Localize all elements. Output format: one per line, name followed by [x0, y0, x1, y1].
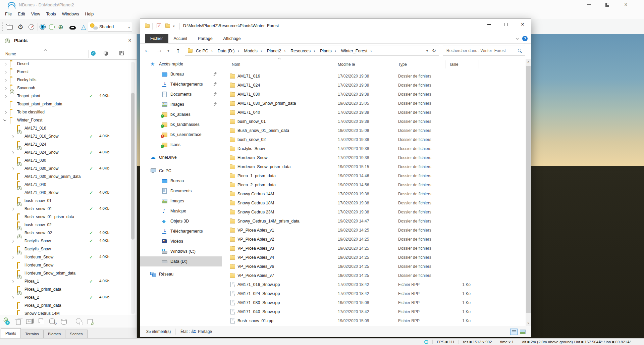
search-icon[interactable] [518, 49, 522, 53]
file-name[interactable]: AM171_030_Snow_prism_data [237, 101, 296, 106]
breadcrumb-item[interactable]: Winter_Forest [338, 48, 374, 53]
column-separator[interactable] [395, 60, 395, 68]
tree-row[interactable]: AM171_030_Snow 4.0Kb [0, 164, 137, 172]
nav-item-label[interactable]: bk_atlases [170, 112, 191, 117]
new-folder-icon[interactable] [6, 23, 13, 31]
tree-item-label[interactable]: Picea_2_prism_data [24, 303, 61, 308]
maximize-button[interactable] [599, 0, 615, 9]
tree-item-label[interactable]: AM171_030_Snow_prism_data [24, 174, 80, 179]
menu-item[interactable]: Help [82, 10, 97, 18]
nav-item-label[interactable]: Téléchargements [170, 82, 203, 87]
tree-row[interactable]: Hordeum_Snow 4.0Kb [0, 253, 137, 261]
minimize-button[interactable] [581, 0, 596, 9]
tree-item-label[interactable]: Picea_2 [24, 295, 39, 300]
tree-row[interactable]: Savannah [0, 84, 137, 92]
tree-expand-chevron-icon[interactable] [11, 240, 14, 243]
nav-item[interactable]: Windows (C:) [140, 246, 222, 256]
nav-item-label[interactable]: Bureau [170, 72, 184, 77]
file-row[interactable]: VP_Picea Abies_v2 19/02/2020 14:25 Dossi… [222, 235, 526, 244]
tree-expand-chevron-icon[interactable] [4, 87, 7, 90]
back-button[interactable]: ← [142, 46, 152, 56]
tree-row[interactable]: AM171_040_Snow 4.0Kb [0, 189, 137, 197]
file-row[interactable]: AM171_030 17/02/2020 19:38 Dossier de fi… [222, 90, 526, 99]
file-row[interactable]: Picea_1_prism_data 19/02/2020 14:46 Doss… [222, 171, 526, 181]
file-row[interactable]: VP_Picea Abies_v6 19/02/2020 14:25 Dossi… [222, 262, 526, 271]
tree-item-label[interactable]: AM171_016 [24, 126, 46, 131]
breadcrumb-item[interactable]: Models [241, 48, 264, 53]
toolbar-grip[interactable] [2, 22, 3, 32]
nav-item-label[interactable]: Data (D:) [170, 259, 187, 264]
breadcrumb-item[interactable]: Data (D:) [214, 48, 241, 53]
nav-item-label[interactable]: Images [170, 102, 184, 107]
database-icon[interactable] [60, 317, 68, 326]
tree-item-label[interactable]: Picea_1 [24, 279, 39, 284]
ribbon-tab[interactable]: Partage [193, 34, 218, 43]
tree-item-label[interactable]: AM171_024 [24, 142, 46, 147]
file-name[interactable]: Picea_2_prism_data [237, 183, 276, 187]
tree-row[interactable]: Winter_Forest [0, 116, 137, 124]
file-row[interactable]: Dactylis_Snow 17/02/2020 19:38 Dossier d… [222, 144, 526, 153]
nav-item-label[interactable]: Images [170, 199, 184, 203]
file-name[interactable]: Snowy Cedrus 18M [237, 201, 274, 205]
column-header-name[interactable]: Nom [232, 62, 240, 67]
file-row[interactable]: AM171_024 17/02/2020 19:38 Dossier de fi… [222, 81, 526, 90]
file-name[interactable]: AM171_024 [237, 83, 260, 88]
tree-row[interactable]: Picea_1 4.0Kb [0, 277, 137, 285]
file-name[interactable]: Hordeum_Snow_prism_data [237, 164, 290, 169]
file-row[interactable]: AM171_040_Snow.rpp 17/02/2020 18:42 Fich… [222, 307, 526, 316]
file-row[interactable]: bush_snow_02 17/02/2020 19:38 Dossier de… [222, 135, 526, 144]
gauge-icon[interactable] [28, 23, 35, 31]
column-separator[interactable] [445, 60, 445, 68]
tree-row[interactable]: Bush_snow_01_prism_data [0, 213, 137, 221]
file-name[interactable]: AM171_030 [237, 92, 260, 97]
explorer-close-button[interactable]: × [514, 19, 531, 30]
column-separator[interactable] [334, 60, 334, 68]
file-name[interactable]: VP_Picea Abies_v4 [237, 255, 274, 260]
panel-tab[interactable]: Scenes [65, 330, 87, 338]
ribbon-tab[interactable]: Accueil [168, 34, 193, 43]
help-icon[interactable]: ? [522, 36, 528, 41]
nav-item[interactable]: Documents [140, 186, 222, 196]
nav-item-label[interactable]: Objets 3D [170, 219, 189, 224]
tree-item-label[interactable]: Snowy Cedrus 14M [24, 311, 60, 315]
tree-item-label[interactable]: Picea_1_prism_data [24, 287, 61, 292]
nav-item-label[interactable]: Vidéos [170, 239, 183, 244]
nav-item[interactable]: Data (D:) [140, 256, 222, 266]
column-separator[interactable] [479, 60, 479, 68]
file-row[interactable]: VP_Picea Abies_v1 19/02/2020 14:25 Dossi… [222, 226, 526, 235]
panel-tab[interactable]: Terrains [20, 330, 44, 338]
tree-row[interactable]: Picea_2_prism_data [0, 301, 137, 309]
ribbon-collapse-chevron-icon[interactable] [516, 37, 519, 40]
file-row[interactable]: Bush_snow_01.rpp 19/02/2020 15:09 Fichie… [222, 316, 526, 326]
breadcrumb[interactable]: Ce PCData (D:)ModelsPlanet2ResourcesPlan… [185, 46, 439, 56]
tree-item-label[interactable]: Teapot_plant_prism_data [17, 102, 62, 106]
tree-item-label[interactable]: AM171_030_Snow [24, 166, 58, 171]
nav-item-label[interactable]: Documents [170, 92, 192, 97]
nav-item-label[interactable]: Windows (C:) [170, 249, 196, 254]
up-button[interactable]: ↑ [173, 46, 183, 56]
nav-item[interactable]: bk_userinterface [140, 130, 222, 140]
recent-locations-chevron-icon[interactable]: ▾ [165, 46, 172, 56]
file-name[interactable]: AM171_030_Snow.rpp [237, 300, 280, 305]
panel-tab[interactable]: Biomes [43, 330, 65, 338]
file-row[interactable]: AM171_016 17/02/2020 19:38 Dossier de fi… [222, 72, 526, 81]
breadcrumb-item[interactable]: Resources [287, 48, 317, 53]
nav-item[interactable]: Bureau [140, 176, 222, 186]
tree-expand-chevron-icon[interactable] [11, 167, 14, 170]
file-name[interactable]: AM171_040 [237, 110, 260, 115]
tree-expand-chevron-icon[interactable] [11, 256, 14, 259]
explorer-minimize-button[interactable] [481, 19, 497, 30]
file-name[interactable]: AM171_016_Snow.rpp [237, 282, 280, 287]
file-name[interactable]: VP_Picea Abies_v2 [237, 237, 274, 242]
nav-item[interactable]: Icons [140, 140, 222, 150]
breadcrumb-item[interactable]: Planet2 [264, 48, 287, 53]
file-row[interactable]: AM171_024_Snow.rpp 17/02/2020 18:42 Fich… [222, 289, 526, 298]
globe-icon[interactable]: ⊕ [57, 23, 64, 31]
tree-scrollbar-thumb[interactable] [131, 93, 135, 240]
file-name[interactable]: Picea_1_prism_data [237, 174, 276, 178]
details-view-button[interactable] [510, 329, 518, 335]
tree-item-label[interactable]: Forest [17, 69, 29, 74]
column-header-type[interactable]: Type [398, 62, 407, 67]
tree-row[interactable]: To be classified [0, 108, 137, 116]
scroll-up-icon[interactable]: ∧ [526, 59, 531, 64]
